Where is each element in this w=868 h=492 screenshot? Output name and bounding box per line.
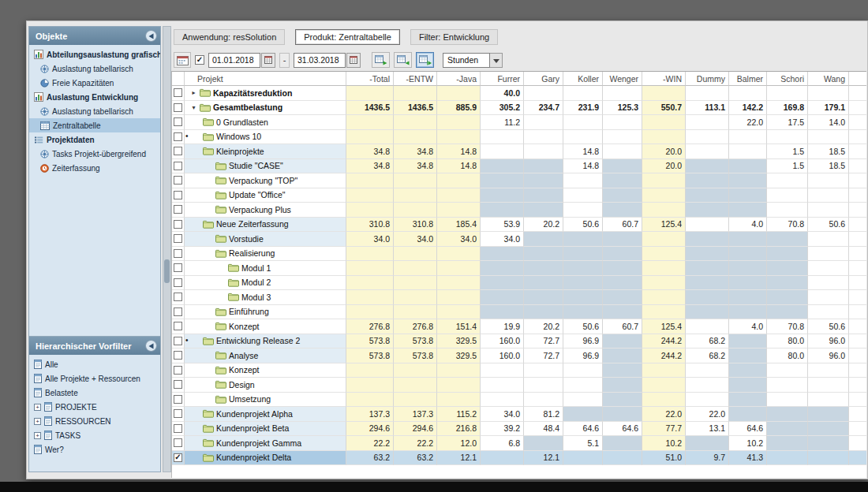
- value-cell[interactable]: [603, 393, 642, 408]
- value-cell[interactable]: 72.7: [524, 334, 563, 349]
- value-cell[interactable]: [603, 363, 642, 378]
- value-cell[interactable]: [524, 130, 563, 145]
- sidebar-item[interactable]: Tasks Projekt-übergreifend: [29, 147, 160, 161]
- value-cell[interactable]: [729, 86, 767, 101]
- value-cell[interactable]: [563, 130, 603, 145]
- value-cell[interactable]: [563, 290, 603, 305]
- value-cell[interactable]: [563, 232, 603, 247]
- value-cell[interactable]: [524, 188, 563, 203]
- value-cell[interactable]: [767, 86, 808, 101]
- value-cell[interactable]: 22.0: [729, 115, 767, 130]
- project-cell[interactable]: Update "Office": [185, 188, 346, 203]
- sidebar-item[interactable]: Belastete: [29, 386, 160, 400]
- value-cell[interactable]: [603, 261, 642, 276]
- value-cell[interactable]: [808, 86, 849, 101]
- value-cell[interactable]: [808, 173, 849, 188]
- value-cell[interactable]: 50.6: [808, 319, 849, 334]
- value-cell[interactable]: [729, 334, 767, 349]
- value-cell[interactable]: 12.1: [437, 451, 481, 466]
- value-cell[interactable]: [767, 130, 808, 145]
- expand-plus-icon[interactable]: +: [34, 404, 41, 411]
- value-cell[interactable]: [563, 261, 603, 276]
- project-cell[interactable]: Kundenprojekt Delta: [185, 451, 346, 466]
- table-row[interactable]: Modul 2: [172, 276, 866, 291]
- value-cell[interactable]: [524, 173, 563, 188]
- value-cell[interactable]: 64.6: [563, 422, 603, 437]
- value-cell[interactable]: 179.1: [808, 101, 849, 116]
- value-cell[interactable]: [563, 203, 603, 218]
- value-cell[interactable]: 70.8: [767, 218, 808, 233]
- value-cell[interactable]: [437, 290, 481, 305]
- value-cell[interactable]: [603, 407, 642, 422]
- value-cell[interactable]: [642, 393, 686, 408]
- value-cell[interactable]: [437, 173, 481, 188]
- row-checkbox[interactable]: [174, 278, 182, 287]
- value-cell[interactable]: [346, 290, 394, 305]
- value-cell[interactable]: 125.4: [642, 319, 686, 334]
- row-checkbox[interactable]: [174, 337, 182, 345]
- value-cell[interactable]: [394, 393, 437, 408]
- value-cell[interactable]: [808, 407, 849, 422]
- table-row[interactable]: Umsetzung: [172, 393, 866, 408]
- value-cell[interactable]: [563, 188, 603, 203]
- value-cell[interactable]: 276.8: [346, 319, 394, 334]
- value-cell[interactable]: 137.3: [394, 407, 437, 422]
- value-cell[interactable]: [642, 232, 686, 247]
- row-checkbox[interactable]: [174, 380, 182, 389]
- row-checkbox[interactable]: [174, 322, 182, 330]
- value-cell[interactable]: [767, 203, 808, 218]
- sidebar-splitter[interactable]: [163, 26, 171, 472]
- value-cell[interactable]: 22.2: [394, 436, 437, 451]
- value-cell[interactable]: [481, 276, 524, 291]
- value-cell[interactable]: [481, 130, 524, 145]
- value-cell[interactable]: [729, 261, 767, 276]
- value-cell[interactable]: [729, 363, 767, 378]
- column-header-koller[interactable]: Koller: [563, 72, 603, 86]
- row-checkbox[interactable]: [174, 438, 182, 447]
- value-cell[interactable]: [437, 115, 481, 130]
- value-cell[interactable]: [808, 203, 849, 218]
- value-cell[interactable]: [481, 188, 524, 203]
- value-cell[interactable]: [729, 188, 767, 203]
- value-cell[interactable]: [767, 393, 808, 408]
- expand-arrow-icon[interactable]: ▸: [190, 89, 197, 96]
- project-cell[interactable]: •Entwicklung Release 2: [185, 334, 346, 349]
- value-cell[interactable]: [437, 305, 481, 320]
- value-cell[interactable]: 14.8: [563, 159, 603, 174]
- project-cell[interactable]: 0 Grundlasten: [185, 115, 346, 130]
- value-cell[interactable]: 573.8: [394, 348, 437, 363]
- value-cell[interactable]: 41.3: [729, 451, 767, 466]
- product-label[interactable]: Produkt: Zentraltabelle: [295, 29, 400, 45]
- value-cell[interactable]: [524, 232, 563, 247]
- value-cell[interactable]: [346, 261, 394, 276]
- project-cell[interactable]: ▾Gesamtbelastung: [185, 101, 346, 116]
- project-cell[interactable]: Kundenprojekt Gamma: [185, 436, 346, 451]
- value-cell[interactable]: 160.0: [481, 348, 524, 363]
- value-cell[interactable]: [346, 393, 394, 408]
- value-cell[interactable]: [563, 407, 603, 422]
- value-cell[interactable]: [642, 261, 686, 276]
- value-cell[interactable]: [767, 451, 808, 466]
- expand-arrow-icon[interactable]: ▾: [190, 104, 197, 111]
- value-cell[interactable]: [346, 247, 394, 262]
- value-cell[interactable]: [563, 363, 603, 378]
- value-cell[interactable]: 305.2: [481, 101, 524, 116]
- value-cell[interactable]: [642, 115, 686, 130]
- value-cell[interactable]: [767, 422, 808, 437]
- value-cell[interactable]: [686, 203, 729, 218]
- value-cell[interactable]: [524, 86, 563, 101]
- column-header-java[interactable]: -Java: [437, 72, 481, 86]
- value-cell[interactable]: 12.0: [437, 436, 481, 451]
- table-row[interactable]: •Entwicklung Release 2573.8573.8329.5160…: [172, 334, 866, 349]
- project-cell[interactable]: Modul 3: [185, 290, 346, 305]
- value-cell[interactable]: [437, 247, 481, 262]
- value-cell[interactable]: [481, 261, 524, 276]
- value-cell[interactable]: 20.0: [642, 144, 686, 159]
- value-cell[interactable]: 1.5: [767, 159, 808, 174]
- value-cell[interactable]: [767, 305, 808, 320]
- calendar-settings-button[interactable]: [174, 52, 191, 68]
- value-cell[interactable]: 329.5: [437, 348, 481, 363]
- row-checkbox[interactable]: [174, 191, 182, 199]
- value-cell[interactable]: 81.2: [524, 407, 563, 422]
- table-row[interactable]: ▾Gesamtbelastung1436.51436.5885.9305.223…: [172, 101, 866, 116]
